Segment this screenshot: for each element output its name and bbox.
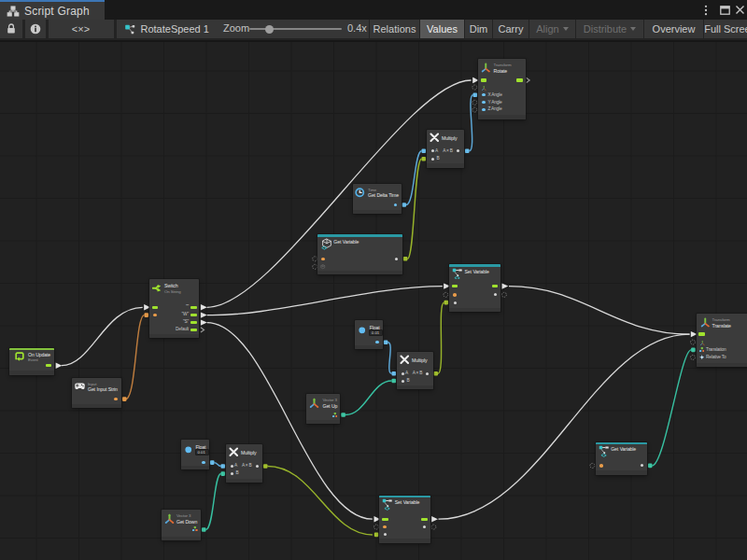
node-get-variable-2[interactable]: Get Variable [596, 442, 647, 475]
window-maximize-button[interactable] [717, 0, 732, 20]
node-translate[interactable]: TranslateTransform Translation Relative … [697, 314, 747, 368]
wire-switch-caseW-to-setvar1[interactable] [207, 287, 443, 315]
node-float-1[interactable]: Float0.01 [355, 320, 383, 349]
value-port[interactable] [256, 465, 259, 468]
node-set-variable-2[interactable]: Set Variable [379, 496, 430, 543]
toolbar-inspect-button[interactable] [25, 20, 46, 38]
value-port[interactable] [482, 93, 485, 96]
toolbar-lock-button[interactable] [0, 20, 22, 38]
wire-multiply2-to-setvar1[interactable] [438, 302, 444, 373]
toolbar-overview-button[interactable]: Overview [644, 20, 703, 38]
value-port[interactable] [153, 314, 157, 317]
wire-setvar1-to-translate[interactable] [509, 287, 690, 335]
toolbar-distribute-button[interactable]: Distribute [576, 20, 643, 38]
toolbar-align-button[interactable]: Align [529, 20, 575, 38]
tab-script-graph[interactable]: Script Graph [0, 0, 105, 20]
toolbar-edit-code-button[interactable]: <×> [49, 20, 114, 38]
value-port[interactable] [457, 149, 459, 152]
transform-port[interactable] [699, 340, 706, 346]
node-multiply-3[interactable]: MultiplyAA × BB [226, 444, 262, 483]
node-get-input-string[interactable]: Get Input StrinInput [72, 378, 121, 408]
node-value-field[interactable]: 0.01 [195, 449, 209, 455]
value-port[interactable] [114, 398, 118, 401]
flow-in-port[interactable] [481, 78, 487, 81]
value-port[interactable] [454, 301, 457, 304]
relative-port[interactable] [699, 355, 705, 360]
toolbar-relations-button[interactable]: Relations [370, 20, 419, 38]
zoom-slider-knob[interactable] [265, 25, 274, 34]
value-port[interactable] [431, 149, 434, 152]
wire-on-update-to-switch[interactable] [62, 307, 143, 365]
flow-in-port[interactable] [152, 306, 159, 309]
value-port[interactable] [402, 372, 404, 375]
wire-float1-to-multiply2-a[interactable] [388, 343, 391, 373]
value-port[interactable] [321, 258, 325, 261]
flow-out-port[interactable] [46, 364, 52, 367]
value-port[interactable] [394, 203, 397, 206]
flow-out-port[interactable] [190, 306, 197, 309]
vector-port[interactable] [332, 413, 338, 417]
value-port[interactable] [494, 293, 497, 296]
value-port[interactable] [402, 380, 404, 383]
node-multiply-2[interactable]: MultiplyAA × BB [397, 352, 433, 389]
wire-getup-to-multiply2-b[interactable] [345, 381, 392, 415]
toolbar-fullscreen-button[interactable]: Full Screen [704, 20, 747, 38]
transform-port[interactable] [481, 85, 487, 91]
toolbar-values-button[interactable]: Values [420, 20, 464, 38]
value-port[interactable] [395, 258, 398, 260]
value-port[interactable] [231, 465, 233, 468]
value-port[interactable] [641, 464, 643, 467]
value-port[interactable] [482, 101, 485, 104]
wire-input-string-to-switch[interactable] [126, 315, 145, 399]
wire-deltatime-to-multiply1-a[interactable] [406, 151, 422, 205]
value-port[interactable] [423, 525, 426, 528]
value-port[interactable] [431, 158, 434, 161]
flow-out-port[interactable] [190, 321, 197, 324]
wire-float2-to-multiply3-a[interactable] [214, 463, 220, 467]
node-get-delta-time[interactable]: Get Delta TimeTime [353, 184, 402, 214]
node-float-2[interactable]: Float0.01 [181, 440, 209, 469]
flow-out-port[interactable] [190, 314, 197, 316]
vector-port[interactable] [699, 347, 705, 352]
flow-out-port[interactable] [492, 285, 499, 287]
toolbar-carry-button[interactable]: Carry [493, 20, 529, 38]
value-port[interactable] [202, 461, 204, 464]
flow-in-port[interactable] [452, 285, 458, 287]
node-switch[interactable]: SwitchOn String"""W""S"Default [149, 279, 199, 339]
node-value-field[interactable]: 0.01 [369, 329, 383, 336]
wire-switch-caseS-to-setvar2[interactable] [207, 323, 373, 520]
window-close-button[interactable] [733, 0, 747, 20]
flow-out-port[interactable] [190, 329, 197, 331]
toolbar-graph-reference[interactable]: RotateSpeed 1 [117, 20, 217, 38]
wire-getdown-to-multiply3-b[interactable] [205, 474, 220, 530]
flow-in-port[interactable] [382, 518, 388, 521]
node-vector3-get-up[interactable]: Get UpVector 3 [306, 394, 340, 424]
flow-out-port[interactable] [421, 518, 428, 521]
value-port[interactable] [426, 372, 429, 375]
node-rotate[interactable]: RotateTransform X AngleY AngleZ Angle [478, 59, 526, 119]
value-port[interactable] [383, 525, 387, 529]
flow-in-port[interactable] [698, 332, 705, 335]
window-menu-button[interactable] [700, 0, 712, 20]
node-multiply-1[interactable]: MultiplyAA × BB [427, 130, 464, 168]
zoom-slider-track[interactable] [249, 28, 342, 30]
node-footer [353, 210, 402, 215]
value-port[interactable] [453, 293, 457, 297]
flow-out-port[interactable] [516, 78, 523, 81]
value-port[interactable] [599, 464, 603, 468]
wire-multiply1-to-rotate-xangle[interactable] [469, 95, 472, 151]
graph-canvas[interactable]: On UpdateEvent Get Input StrinInput Swit… [0, 42, 747, 560]
value-port[interactable] [482, 108, 485, 111]
value-port[interactable] [375, 341, 378, 343]
vector-port[interactable] [192, 526, 198, 531]
value-port[interactable] [384, 533, 387, 536]
node-on-update[interactable]: On UpdateEvent [9, 348, 54, 375]
node-vector3-get-down[interactable]: Get DownVector 3 [162, 510, 201, 540]
wire-setvar2-to-translate[interactable] [439, 334, 690, 519]
cube-faint[interactable] [320, 264, 326, 270]
node-get-variable-1[interactable]: Get Variable [317, 234, 402, 274]
wire-getvar2-to-translate[interactable] [652, 350, 691, 466]
node-set-variable-1[interactable]: Set Variable [449, 264, 500, 312]
toolbar-dim-button[interactable]: Dim [465, 20, 492, 38]
value-port[interactable] [231, 472, 233, 475]
